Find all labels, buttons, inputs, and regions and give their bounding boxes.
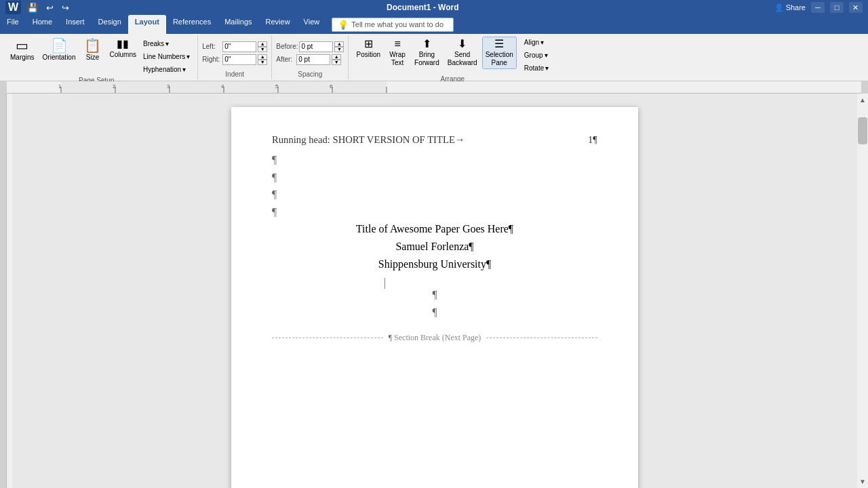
rotate-dropdown-icon: ▾ <box>545 64 549 72</box>
section-break: ¶ Section Break (Next Page) <box>272 331 597 344</box>
group-dropdown-icon: ▾ <box>545 52 548 59</box>
tab-file[interactable]: File <box>0 15 26 34</box>
hyphenation-dropdown-icon: ▾ <box>182 66 186 73</box>
rotate-button[interactable]: Rotate ▾ <box>521 62 552 74</box>
scroll-thumb[interactable] <box>858 117 867 144</box>
svg-text:1: 1 <box>58 83 62 89</box>
group-button[interactable]: Group ▾ <box>521 49 552 61</box>
para-2: ¶ <box>272 169 597 186</box>
tab-view[interactable]: View <box>297 15 327 34</box>
vertical-ruler <box>0 94 7 488</box>
word-icon: W <box>5 1 21 14</box>
spacing-group-label: Spacing <box>298 70 322 78</box>
breaks-dropdown-icon: ▾ <box>165 40 169 47</box>
page-number: 1¶ <box>588 134 597 146</box>
columns-button[interactable]: ▮▮ Columns <box>106 37 140 61</box>
share-button[interactable]: 👤 Share <box>774 3 806 12</box>
indent-left-up-spin[interactable]: ▲ <box>258 41 267 47</box>
cursor-area[interactable]: | <box>272 272 597 286</box>
send-backward-button[interactable]: ⬇ Send Backward <box>444 37 481 69</box>
tab-home[interactable]: Home <box>26 15 59 34</box>
columns-icon: ▮▮ <box>117 39 129 49</box>
send-backward-icon: ⬇ <box>458 39 467 49</box>
selection-pane-button[interactable]: ☰ Selection Pane <box>482 37 517 69</box>
scroll-down-arrow[interactable]: ▼ <box>859 478 866 488</box>
position-button[interactable]: ⊞ Position <box>353 37 384 61</box>
doc-title: Document1 - Word <box>387 3 458 12</box>
qat-redo[interactable]: ↪ <box>60 2 71 14</box>
lightbulb-icon: 💡 <box>338 20 349 30</box>
page-header: Running head: SHORT VERSION OF TITLE→ 1¶ <box>272 134 597 146</box>
bring-forward-button[interactable]: ⬆ Bring Forward <box>411 37 443 69</box>
svg-text:6: 6 <box>330 83 333 89</box>
help-search-box[interactable]: 💡 Tell me what you want to do <box>332 18 454 32</box>
spacing-after-label: After: <box>276 56 295 63</box>
tab-review[interactable]: Review <box>259 15 297 34</box>
indent-right-label: Right: <box>202 56 221 63</box>
para-extra-1: ¶ <box>272 286 597 304</box>
wrap-text-button[interactable]: ≡ Wrap Text <box>385 37 410 69</box>
wrap-text-icon: ≡ <box>394 39 400 49</box>
qat-undo[interactable]: ↩ <box>44 2 56 14</box>
scroll-up-arrow[interactable]: ▲ <box>859 96 866 104</box>
close-button[interactable]: ✕ <box>849 2 863 13</box>
breaks-button[interactable]: Breaks ▾ <box>140 38 193 49</box>
tab-layout[interactable]: Layout <box>128 15 166 34</box>
indent-left-down-spin[interactable]: ▼ <box>258 47 267 52</box>
margins-icon: ▭ <box>16 39 28 52</box>
hyphenation-button[interactable]: Hyphenation ▾ <box>140 64 193 75</box>
spacing-after-input[interactable] <box>296 54 330 65</box>
size-icon: 📋 <box>84 39 101 52</box>
spacing-before-input[interactable] <box>299 41 333 52</box>
tab-mailings[interactable]: Mailings <box>218 15 258 34</box>
svg-text:5: 5 <box>275 83 279 89</box>
tab-insert[interactable]: Insert <box>59 15 92 34</box>
group-label: Group <box>524 52 543 59</box>
svg-text:2: 2 <box>113 83 116 89</box>
orientation-button[interactable]: 📄 Orientation <box>39 37 79 64</box>
rotate-label: Rotate <box>524 64 544 72</box>
bring-forward-icon: ⬆ <box>422 39 431 49</box>
line-numbers-button[interactable]: Line Numbers ▾ <box>140 51 193 62</box>
svg-text:4: 4 <box>221 83 224 89</box>
spacing-before-up-spin[interactable]: ▲ <box>334 41 344 47</box>
institution-name[interactable]: Shippensburg University¶ <box>272 256 597 273</box>
tab-design[interactable]: Design <box>92 15 128 34</box>
indent-right-down-spin[interactable]: ▼ <box>258 60 267 65</box>
size-button[interactable]: 📋 Size <box>81 37 105 64</box>
svg-text:3: 3 <box>167 83 170 89</box>
paper-title[interactable]: Title of Awesome Paper Goes Here¶ <box>272 220 597 238</box>
maximize-button[interactable]: □ <box>830 2 844 13</box>
page-content[interactable]: ¶ ¶ ¶ ¶ Title of Awesome Paper Goes Here… <box>272 151 597 345</box>
align-label: Align <box>524 39 539 46</box>
selection-pane-icon: ☰ <box>494 39 504 49</box>
breaks-label: Breaks <box>143 40 164 47</box>
spacing-before-label: Before: <box>276 43 298 50</box>
header-text: Running head: SHORT VERSION OF TITLE→ <box>272 134 465 146</box>
para-1: ¶ <box>272 151 597 169</box>
indent-right-up-spin[interactable]: ▲ <box>258 54 267 60</box>
spacing-after-up-spin[interactable]: ▲ <box>332 54 341 60</box>
para-extra-2: ¶ <box>272 304 597 321</box>
line-numbers-dropdown-icon: ▾ <box>186 53 190 60</box>
indent-right-input[interactable] <box>222 54 256 65</box>
indent-left-input[interactable] <box>222 41 256 52</box>
vertical-scrollbar[interactable]: ▲ ▼ <box>857 94 868 488</box>
align-dropdown-icon: ▾ <box>540 39 544 46</box>
position-icon: ⊞ <box>364 39 373 49</box>
minimize-button[interactable]: ─ <box>811 2 825 13</box>
document-area[interactable]: Running head: SHORT VERSION OF TITLE→ 1¶… <box>12 94 857 488</box>
author-name[interactable]: Samuel Forlenza¶ <box>272 238 597 256</box>
align-button[interactable]: Align ▾ <box>521 37 552 48</box>
spacing-before-down-spin[interactable]: ▼ <box>334 47 344 52</box>
horizontal-ruler: 1 2 3 4 5 6 <box>7 81 861 94</box>
margins-button[interactable]: ▭ Margins <box>7 37 38 64</box>
indent-left-label: Left: <box>202 43 221 50</box>
tab-references[interactable]: References <box>166 15 218 34</box>
document-page[interactable]: Running head: SHORT VERSION OF TITLE→ 1¶… <box>231 107 638 488</box>
para-3: ¶ <box>272 186 597 203</box>
indent-group-label: Indent <box>225 70 244 78</box>
qat-save[interactable]: 💾 <box>25 2 40 14</box>
para-4: ¶ <box>272 203 597 221</box>
spacing-after-down-spin[interactable]: ▼ <box>332 60 341 65</box>
